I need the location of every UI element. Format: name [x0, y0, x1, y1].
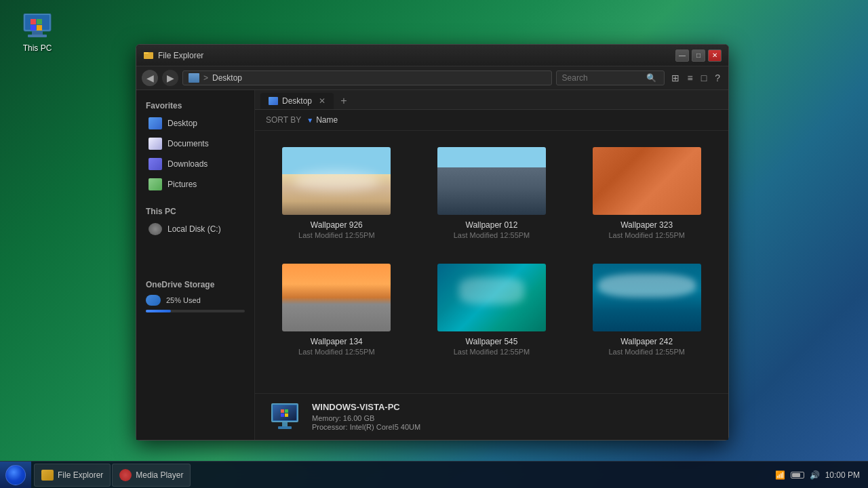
sidebar-label-desktop: Desktop — [167, 119, 197, 128]
svg-rect-14 — [285, 409, 288, 413]
sort-dropdown-arrow: ▼ — [307, 117, 313, 124]
sort-dropdown[interactable]: ▼ Name — [307, 115, 338, 125]
search-input[interactable] — [562, 73, 644, 83]
search-box[interactable]: 🔍 — [556, 70, 665, 85]
sidebar-label-downloads: Downloads — [167, 159, 208, 169]
downloads-folder-icon — [149, 158, 162, 170]
svg-rect-18 — [278, 426, 292, 429]
file-thumbnail-wp323 — [593, 147, 701, 215]
close-button[interactable]: ✕ — [708, 49, 722, 62]
forward-button[interactable]: ▶ — [162, 70, 178, 86]
toolbar-icons: ⊞ ≡ □ ? — [669, 71, 723, 85]
system-details: WINDOWS-VISTA-PC Memory: 16.00 GB Proces… — [312, 402, 420, 432]
tab-close-button[interactable]: ✕ — [319, 96, 326, 106]
sidebar-label-pictures: Pictures — [167, 180, 197, 189]
file-meta-wp134: Last Modified 12:55PM — [298, 348, 375, 356]
system-pc-icon — [269, 403, 301, 430]
file-name-wp545: Wallpaper 545 — [466, 337, 518, 346]
sidebar-spacer-4 — [136, 256, 254, 264]
taskbar-item-media-player[interactable]: Media Player — [112, 464, 191, 487]
documents-folder-icon — [149, 138, 162, 150]
file-thumbnail-wp926 — [282, 147, 391, 215]
start-button[interactable] — [0, 462, 31, 489]
sidebar-spacer-1 — [136, 195, 254, 203]
view-grid-button[interactable]: ⊞ — [669, 71, 682, 85]
svg-rect-3 — [28, 35, 47, 37]
svg-rect-6 — [31, 25, 36, 30]
maximize-button[interactable]: □ — [692, 49, 705, 62]
breadcrumb-current: Desktop — [212, 73, 242, 83]
system-processor: Processor: Intel(R) CoreI5 40UM — [312, 423, 420, 431]
favorites-section-title: Favorites — [136, 97, 254, 113]
taskbar-item-file-explorer[interactable]: File Explorer — [34, 464, 111, 487]
help-button[interactable]: ? — [712, 71, 723, 85]
file-item-wp012[interactable]: Wallpaper 012 Last Modified 12:55PM — [421, 142, 563, 245]
file-grid: Wallpaper 926 Last Modified 12:55PM Wall… — [255, 131, 728, 393]
svg-rect-9 — [144, 52, 149, 54]
sidebar-item-downloads[interactable]: Downloads — [139, 154, 252, 174]
file-name-wp926: Wallpaper 926 — [311, 220, 363, 230]
title-bar-left: File Explorer — [143, 50, 203, 61]
battery-indicator — [791, 472, 804, 479]
file-meta-wp545: Last Modified 12:55PM — [454, 348, 530, 356]
media-player-taskbar-icon — [119, 469, 132, 481]
desktop-icon-this-pc[interactable]: This PC — [14, 14, 61, 53]
tab-bar: Desktop ✕ + — [255, 90, 728, 110]
sidebar-item-local-disk[interactable]: Local Disk (C:) — [139, 219, 252, 239]
onedrive-progress-bar — [146, 310, 171, 312]
breadcrumb-separator: > — [203, 73, 208, 83]
file-name-wp242: Wallpaper 242 — [620, 337, 673, 346]
search-icon: 🔍 — [646, 73, 656, 83]
address-bar[interactable]: > Desktop — [182, 70, 552, 85]
svg-rect-4 — [31, 19, 36, 24]
file-meta-wp012: Last Modified 12:55PM — [454, 231, 530, 239]
file-item-wp242[interactable]: Wallpaper 242 Last Modified 12:55PM — [576, 258, 717, 361]
svg-rect-2 — [32, 31, 43, 35]
file-thumbnail-wp242 — [593, 264, 701, 331]
onedrive-progress-bar-container — [146, 310, 245, 312]
back-button[interactable]: ◀ — [142, 70, 158, 86]
file-item-wp134[interactable]: Wallpaper 134 Last Modified 12:55PM — [266, 258, 408, 361]
file-item-wp926[interactable]: Wallpaper 926 Last Modified 12:55PM — [266, 142, 408, 245]
window-title: File Explorer — [158, 51, 203, 60]
battery-icon — [791, 472, 804, 479]
sidebar-item-pictures[interactable]: Pictures — [139, 174, 252, 195]
sidebar-item-documents[interactable]: Documents — [139, 134, 252, 154]
battery-fill — [792, 473, 801, 477]
system-info-bar: WINDOWS-VISTA-PC Memory: 16.00 GB Proces… — [255, 393, 728, 440]
tab-desktop[interactable]: Desktop ✕ — [260, 93, 334, 109]
this-pc-icon — [21, 14, 54, 41]
start-orb-icon — [5, 465, 26, 485]
minimize-button[interactable]: — — [675, 49, 689, 62]
taskbar: File Explorer Media Player 📶 🔊 10:00 PM — [0, 461, 868, 488]
sidebar: Favorites Desktop Documents Downloads Pi… — [136, 90, 255, 440]
title-bar-controls: — □ ✕ — [675, 49, 722, 62]
preview-button[interactable]: □ — [698, 71, 709, 85]
file-meta-wp323: Last Modified 12:55PM — [608, 231, 685, 239]
network-icon: 📶 — [775, 470, 785, 480]
svg-rect-17 — [282, 422, 288, 426]
file-thumbnail-wp545 — [437, 264, 546, 331]
file-item-wp545[interactable]: Wallpaper 545 Last Modified 12:55PM — [421, 258, 563, 361]
sidebar-label-documents: Documents — [167, 139, 209, 148]
file-name-wp134: Wallpaper 134 — [311, 337, 363, 346]
media-player-taskbar-label: Media Player — [136, 470, 183, 480]
svg-rect-7 — [37, 25, 42, 30]
tab-folder-icon — [269, 97, 278, 105]
onedrive-cloud-icon — [146, 295, 161, 306]
thispc-section-title: This PC — [136, 203, 254, 219]
svg-rect-5 — [37, 19, 42, 24]
system-memory: Memory: 16.00 GB — [312, 414, 420, 422]
svg-rect-15 — [281, 413, 284, 417]
file-explorer-taskbar-label: File Explorer — [58, 470, 103, 480]
file-thumbnail-wp134 — [282, 264, 391, 331]
new-tab-button[interactable]: + — [336, 94, 351, 108]
sidebar-spacer-5 — [136, 264, 254, 272]
view-list-button[interactable]: ≡ — [685, 71, 696, 85]
file-item-wp323[interactable]: Wallpaper 323 Last Modified 12:55PM — [576, 142, 717, 245]
taskbar-tray: 📶 🔊 10:00 PM — [767, 470, 868, 480]
svg-rect-13 — [281, 409, 284, 413]
sort-bar: SORT BY ▼ Name — [255, 110, 728, 131]
pc-svg-icon — [269, 403, 301, 432]
sidebar-item-desktop[interactable]: Desktop — [139, 113, 252, 134]
